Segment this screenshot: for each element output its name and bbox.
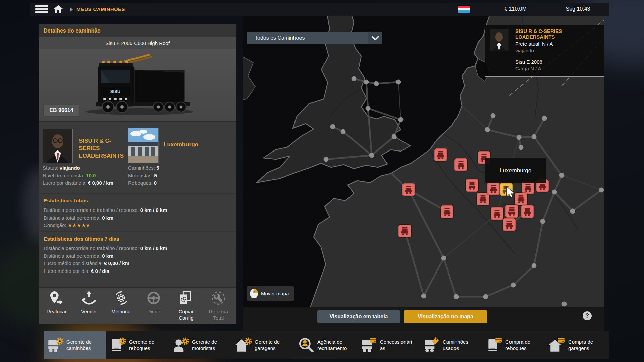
city-dot xyxy=(559,173,565,178)
city-dot xyxy=(483,294,488,299)
totals-section: Estatísticas totais Distância percorrida… xyxy=(39,194,236,232)
action-button[interactable]: Vender xyxy=(74,290,104,315)
nav-item[interactable]: Gerente de caminhões xyxy=(44,331,106,359)
garage-city: Luxemburgo xyxy=(164,141,198,148)
action-bar: Realocar Vender Melhorar Dirigir Copiar … xyxy=(39,287,236,324)
city-dot xyxy=(540,219,545,224)
nav-item-label: Compra de reboques xyxy=(505,339,538,351)
home-icon[interactable] xyxy=(54,5,63,15)
move-map-label: Mover mapa xyxy=(261,291,289,296)
city-dot xyxy=(485,127,490,132)
europe-map[interactable]: Luxemburgo Todos os Caminhões Mover mapa xyxy=(243,16,604,307)
city-dot xyxy=(570,209,575,214)
card-truck: Sisu E 2006 xyxy=(515,59,542,65)
action-label: Reforma Total xyxy=(204,308,233,321)
action-label: Melhorar xyxy=(107,308,136,315)
city-dot xyxy=(519,145,524,150)
breadcrumb: MEUS CAMINHÕES xyxy=(76,6,125,12)
city-dot xyxy=(599,188,604,193)
truck-marker[interactable] xyxy=(398,225,411,237)
action-button[interactable]: Melhorar xyxy=(107,290,136,315)
truck-marker[interactable] xyxy=(487,182,500,195)
driver-photo xyxy=(43,129,73,163)
city-dot xyxy=(517,135,522,140)
action-icon xyxy=(146,290,161,306)
nav-item-label: Compra de garagens xyxy=(568,339,600,351)
action-label: Vender xyxy=(74,308,104,315)
nav-item[interactable]: Gerente de garagens xyxy=(232,331,294,359)
action-button[interactable]: Copiar Config xyxy=(171,290,201,321)
nav-item[interactable]: Gerente de reboques xyxy=(106,331,169,359)
truck-marker[interactable] xyxy=(515,193,527,205)
action-icon xyxy=(49,290,64,306)
nav-item-label: Gerente de motoristas xyxy=(192,339,224,351)
truck-marker-icon xyxy=(455,159,466,170)
city-dot xyxy=(392,134,397,139)
city-dot xyxy=(532,134,537,139)
stat-row: Distância total percorrida: 0 km xyxy=(44,252,231,260)
city-dot xyxy=(352,76,357,81)
action-button[interactable]: Reforma Total xyxy=(204,290,233,321)
stat-row: Distância percorrida no trabalho / repou… xyxy=(44,245,231,252)
city-dot xyxy=(396,80,401,85)
action-button[interactable]: Realocar xyxy=(42,290,71,315)
stat-row: Reboques: 0 xyxy=(128,179,159,187)
truck-marker-icon xyxy=(516,194,526,204)
map-tooltip: Luxemburgo xyxy=(485,158,546,183)
nav-item-label: Caminhões usados xyxy=(443,339,475,351)
nav-item-icon xyxy=(549,337,566,353)
truck-marker-icon xyxy=(506,206,517,217)
truck-marker[interactable] xyxy=(521,205,534,218)
truck-marker[interactable] xyxy=(454,158,467,171)
table-view-button[interactable]: Visualização em tabela xyxy=(317,310,400,323)
money-balance: € 110,0M xyxy=(504,6,527,12)
truck-marker[interactable] xyxy=(505,205,518,218)
truck-marker[interactable] xyxy=(491,207,503,220)
truck-marker[interactable] xyxy=(503,218,516,231)
move-map-button[interactable]: Mover mapa xyxy=(247,286,294,301)
city-dot xyxy=(369,153,374,158)
nav-item[interactable]: Agência de recrutamento xyxy=(294,331,357,359)
city-dot xyxy=(324,157,329,162)
nav-item[interactable]: Caminhões usados xyxy=(420,331,483,359)
truck-name: Sisu E 2006 C600 High Roof xyxy=(39,37,236,49)
city-dot xyxy=(330,124,335,129)
help-button[interactable]: ? xyxy=(583,311,592,320)
map-view-button[interactable]: Visualização no mapa xyxy=(404,310,487,323)
truck-filter-dropdown[interactable]: Todos os Caminhões xyxy=(247,32,382,44)
truck-marker-icon xyxy=(435,149,446,160)
city-dot xyxy=(552,190,557,195)
driver-garage-info: SISU R & C-SERIES LOADERSAINTS xyxy=(39,122,236,194)
top-bar: MEUS CAMINHÕES € 110,0M Seg 10:43 xyxy=(30,3,609,16)
truck-marker[interactable] xyxy=(477,193,489,205)
nav-item-label: Gerente de garagens xyxy=(255,339,287,351)
card-status: viajando xyxy=(515,48,534,53)
stat-row: Nível do motorista: 10.0 xyxy=(43,172,113,180)
action-icon xyxy=(211,290,226,306)
nav-item[interactable]: Gerente de motoristas xyxy=(169,331,232,359)
menu-icon[interactable] xyxy=(35,5,48,13)
action-button[interactable]: Dirigir xyxy=(139,290,168,315)
stat-row: Caminhões: 5 xyxy=(128,164,159,172)
city-dot xyxy=(441,256,446,261)
truck-marker[interactable] xyxy=(402,183,415,196)
last7-section: Estatísticas dos últimos 7 dias Distânci… xyxy=(39,232,236,279)
truck-marker[interactable] xyxy=(466,179,478,192)
action-label: Dirigir xyxy=(139,308,168,315)
truck-marker-icon xyxy=(442,206,452,217)
nav-item[interactable]: Compra de garagens xyxy=(545,331,608,359)
city-dot xyxy=(491,113,496,118)
garage-photo xyxy=(128,128,159,163)
nav-item-icon xyxy=(172,337,189,353)
truck-marker[interactable] xyxy=(441,205,453,218)
nav-item[interactable]: Compra de reboques xyxy=(483,331,545,359)
stat-row: Lucro por distância: € 0,00 / km xyxy=(43,179,113,187)
city-dot xyxy=(454,294,459,299)
city-dot xyxy=(366,106,371,111)
panel-title: Detalhes do caminhão xyxy=(39,24,236,37)
truck-marker-icon xyxy=(467,180,477,191)
driver-card-photo xyxy=(490,29,509,51)
garage-stats: Caminhões: 5Motoristas: 5Reboques: 0 xyxy=(128,164,159,187)
truck-marker[interactable] xyxy=(434,148,447,161)
nav-item[interactable]: Concessionárias xyxy=(357,331,420,359)
